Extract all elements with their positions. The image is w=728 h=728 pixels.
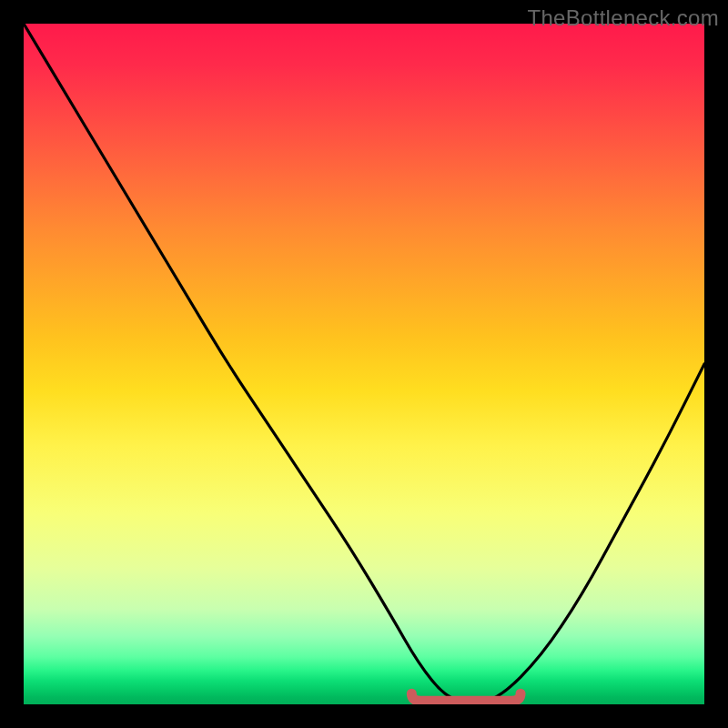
plot-frame <box>24 24 704 704</box>
plot-area <box>24 24 704 704</box>
watermark-text: TheBottleneck.com <box>527 5 719 31</box>
optimal-range-marker <box>24 24 704 704</box>
